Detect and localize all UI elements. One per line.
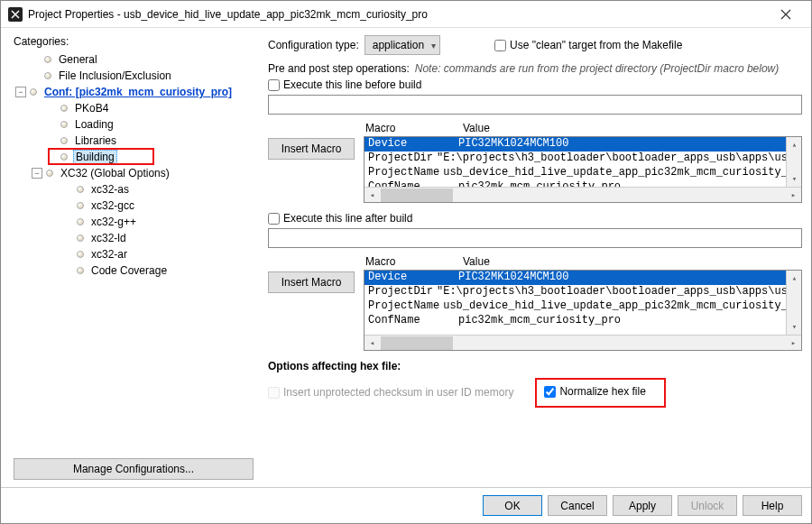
help-button[interactable]: Help	[743, 495, 802, 516]
scrollbar-vertical[interactable]: ▴▾	[786, 271, 801, 335]
tree-item-file-inclusion[interactable]: File Inclusion/Exclusion	[14, 68, 254, 84]
macro-header-name: Macro	[365, 255, 463, 268]
chevron-down-icon: ▾	[431, 41, 436, 51]
tree-item-xc32-ld[interactable]: xc32-ld	[14, 230, 254, 246]
config-type-label: Configuration type:	[268, 39, 359, 51]
app-icon	[8, 7, 23, 22]
config-type-combo[interactable]: application ▾	[364, 35, 440, 55]
tree-item-building[interactable]: Building	[14, 149, 254, 165]
dialog-footer: OK Cancel Apply Unlock Help	[1, 487, 811, 523]
close-button[interactable]	[768, 2, 804, 27]
tree-item-xc32-as[interactable]: xc32-as	[14, 181, 254, 198]
titlebar: Project Properties - usb_device_hid_live…	[1, 1, 811, 28]
window-title: Project Properties - usb_device_hid_live…	[28, 8, 768, 21]
exec-after-input[interactable]	[268, 228, 802, 248]
tree-item-libraries[interactable]: Libraries	[14, 133, 254, 149]
scrollbar-horizontal[interactable]: ◂▸	[364, 335, 801, 350]
tree-item-pkob4[interactable]: PKoB4	[14, 100, 254, 116]
tree-item-general[interactable]: General	[14, 51, 254, 68]
scrollbar-horizontal[interactable]: ◂▸	[364, 187, 801, 202]
normalize-hex-checkbox[interactable]: Normalize hex file	[544, 385, 645, 398]
tree-item-xc32-gcc[interactable]: xc32-gcc	[14, 198, 254, 214]
categories-label: Categories:	[14, 35, 254, 48]
exec-after-checkbox[interactable]: Execute this line after build	[268, 212, 802, 225]
exec-before-input[interactable]	[268, 95, 802, 115]
tree-item-code-coverage[interactable]: Code Coverage	[14, 262, 254, 279]
macro-list-after[interactable]: DevicePIC32MK1024MCM100 ProjectDir"E:\pr…	[364, 270, 802, 351]
collapse-icon[interactable]: −	[15, 87, 26, 97]
manage-configurations-button[interactable]: Manage Configurations...	[14, 458, 254, 480]
tree-item-xc32[interactable]: −XC32 (Global Options)	[14, 165, 254, 181]
macro-header-name: Macro	[365, 122, 463, 134]
exec-before-checkbox[interactable]: Execute this line before build	[268, 78, 802, 91]
tree-item-xc32-ar[interactable]: xc32-ar	[14, 246, 254, 262]
macro-list-before[interactable]: DevicePIC32MK1024MCM100 ProjectDir"E:\pr…	[364, 136, 802, 203]
use-clean-checkbox[interactable]: Use "clean" target from the Makefile	[494, 39, 682, 51]
ok-button[interactable]: OK	[483, 495, 542, 516]
tree-item-xc32-gpp[interactable]: xc32-g++	[14, 214, 254, 230]
cancel-button[interactable]: Cancel	[548, 495, 607, 516]
options-heading: Options affecting hex file:	[268, 360, 802, 372]
macro-header-value: Value	[463, 255, 800, 268]
pre-post-note: Note: commands are run from the project …	[415, 62, 779, 75]
macro-header-value: Value	[463, 122, 800, 134]
unlock-button: Unlock	[678, 495, 737, 516]
categories-tree: General File Inclusion/Exclusion −Conf: …	[14, 50, 254, 453]
highlight-normalize: Normalize hex file	[535, 378, 665, 408]
insert-macro-after-button[interactable]: Insert Macro	[268, 271, 355, 293]
collapse-icon[interactable]: −	[32, 168, 42, 179]
tree-item-loading[interactable]: Loading	[14, 116, 254, 133]
tree-item-conf[interactable]: −Conf: [pic32mk_mcm_curiosity_pro]	[14, 84, 254, 100]
insert-macro-before-button[interactable]: Insert Macro	[268, 138, 355, 160]
scrollbar-vertical[interactable]: ▴▾	[786, 137, 801, 187]
apply-button[interactable]: Apply	[613, 495, 672, 516]
pre-post-label: Pre and post step operations:	[268, 62, 410, 75]
insert-checksum-checkbox: Insert unprotected checksum in user ID m…	[268, 386, 513, 399]
